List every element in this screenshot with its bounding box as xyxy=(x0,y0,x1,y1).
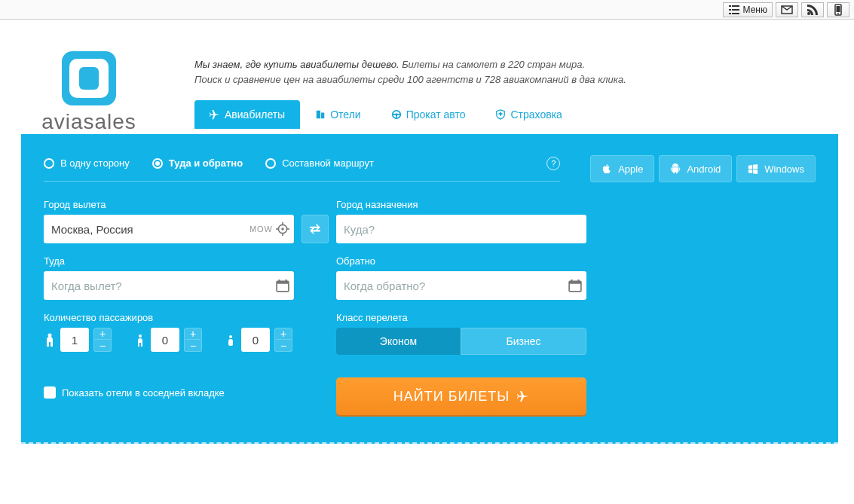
to-field: Город назначения xyxy=(336,199,586,243)
checkbox-icon xyxy=(44,386,56,399)
tab-hotels-label: Отели xyxy=(330,108,360,121)
pax-adult-plus[interactable]: + xyxy=(93,328,112,340)
svg-rect-26 xyxy=(285,279,286,282)
building-icon xyxy=(315,109,326,120)
geolocate-icon[interactable] xyxy=(276,222,289,236)
steering-icon xyxy=(391,109,402,120)
svg-point-18 xyxy=(281,228,283,230)
class-field: Класс перелета Эконом Бизнес xyxy=(336,312,586,355)
svg-rect-3 xyxy=(732,9,739,11)
tab-cars[interactable]: Прокат авто xyxy=(376,100,481,129)
android-app-button[interactable]: Android xyxy=(659,155,732,182)
slogan-line2: Поиск и сравнение цен на авиабилеты сред… xyxy=(194,72,838,87)
tab-cars-label: Прокат авто xyxy=(406,108,466,121)
from-field: Город вылета MOW xyxy=(44,199,294,243)
apple-icon xyxy=(601,163,612,174)
pax-child-input[interactable] xyxy=(151,328,179,352)
tab-insurance-label: Страховка xyxy=(510,108,562,121)
trip-oneway[interactable]: В одну сторону xyxy=(44,157,130,169)
logo-icon xyxy=(62,51,116,105)
trip-roundtrip[interactable]: Туда и обратно xyxy=(152,157,243,169)
svg-rect-20 xyxy=(282,234,283,236)
svg-rect-29 xyxy=(571,279,572,282)
pax-child-minus[interactable]: − xyxy=(184,340,202,352)
depart-field: Туда xyxy=(44,255,294,300)
calendar-icon[interactable] xyxy=(568,279,582,292)
svg-rect-16 xyxy=(499,113,503,115)
return-input[interactable] xyxy=(336,271,586,300)
svg-point-6 xyxy=(807,12,810,15)
pax-infant-input[interactable] xyxy=(241,328,270,352)
windows-app-button[interactable]: Windows xyxy=(736,155,816,182)
pax-adult-input[interactable] xyxy=(60,328,89,352)
svg-point-9 xyxy=(837,13,839,14)
svg-rect-21 xyxy=(276,228,278,230)
mobile-icon xyxy=(832,4,844,16)
apple-app-button[interactable]: Apple xyxy=(590,155,654,182)
svg-rect-5 xyxy=(732,13,739,14)
svg-point-31 xyxy=(48,334,52,338)
slogan: Мы знаем, где купить авиабилеты дешево. … xyxy=(194,50,838,87)
windows-label: Windows xyxy=(764,163,804,175)
svg-rect-22 xyxy=(287,228,289,230)
rss-button[interactable] xyxy=(801,2,824,17)
to-input[interactable] xyxy=(336,215,586,243)
radio-icon xyxy=(44,158,54,169)
brand-name: aviasales xyxy=(41,110,136,134)
class-business[interactable]: Бизнес xyxy=(461,328,586,355)
pax-infant-minus[interactable]: − xyxy=(274,340,292,352)
mobile-button[interactable] xyxy=(827,2,849,17)
trip-oneway-label: В одну сторону xyxy=(60,157,130,169)
pax-adult: + − xyxy=(44,328,112,352)
tab-hotels[interactable]: Отели xyxy=(300,100,375,129)
to-label: Город назначения xyxy=(336,199,586,210)
show-hotels-checkbox[interactable]: Показать отели в соседней вкладке xyxy=(44,386,294,399)
menu-label: Меню xyxy=(743,5,767,15)
from-iata: MOW xyxy=(249,225,273,234)
svg-rect-1 xyxy=(732,5,739,7)
svg-rect-14 xyxy=(397,114,400,115)
pax-child-plus[interactable]: + xyxy=(184,328,202,340)
svg-rect-13 xyxy=(392,114,395,115)
search-panel: В одну сторону Туда и обратно Составной … xyxy=(21,134,838,444)
depart-label: Туда xyxy=(44,255,294,267)
swap-button[interactable] xyxy=(302,215,329,243)
svg-rect-30 xyxy=(577,279,579,282)
pax-infant-plus[interactable]: + xyxy=(274,328,292,340)
main-tabs: Авиабилеты Отели Прокат авто Страховка xyxy=(194,100,838,129)
radio-icon xyxy=(152,158,163,169)
mail-button[interactable] xyxy=(776,2,798,17)
svg-rect-2 xyxy=(729,9,731,11)
windows-icon xyxy=(748,163,758,174)
svg-rect-0 xyxy=(729,5,731,7)
pax-adult-minus[interactable]: − xyxy=(93,340,112,352)
tab-flights[interactable]: Авиабилеты xyxy=(194,100,300,129)
menu-button[interactable]: Меню xyxy=(723,2,773,17)
passengers-field: Количество пассажиров + − xyxy=(44,312,294,355)
mail-icon xyxy=(781,4,793,16)
android-icon xyxy=(670,163,681,174)
trip-multi[interactable]: Составной маршрут xyxy=(265,157,374,169)
svg-rect-25 xyxy=(278,279,280,282)
browser-topbar: Меню xyxy=(0,0,854,20)
slogan-line1-rest: Билеты на самолет в 220 стран мира. xyxy=(399,59,586,70)
class-economy[interactable]: Эконом xyxy=(336,328,461,355)
logo[interactable]: aviasales xyxy=(21,50,157,134)
swap-icon xyxy=(308,222,322,236)
svg-point-32 xyxy=(139,334,142,338)
rss-icon xyxy=(807,4,819,16)
radio-icon xyxy=(265,158,276,169)
search-button[interactable]: НАЙТИ БИЛЕТЫ xyxy=(336,377,586,415)
site-header: aviasales Мы знаем, где купить авиабилет… xyxy=(21,50,838,134)
show-hotels-label: Показать отели в соседней вкладке xyxy=(62,387,225,399)
svg-rect-8 xyxy=(837,6,840,12)
help-button[interactable]: ? xyxy=(546,157,560,170)
adult-icon xyxy=(44,333,56,347)
pax-child: + − xyxy=(134,328,202,352)
depart-input[interactable] xyxy=(44,271,294,300)
calendar-icon[interactable] xyxy=(276,279,289,292)
trip-multi-label: Составной маршрут xyxy=(282,157,374,169)
child-icon xyxy=(134,333,146,347)
tab-insurance[interactable]: Страховка xyxy=(480,100,577,129)
svg-rect-4 xyxy=(729,13,731,14)
